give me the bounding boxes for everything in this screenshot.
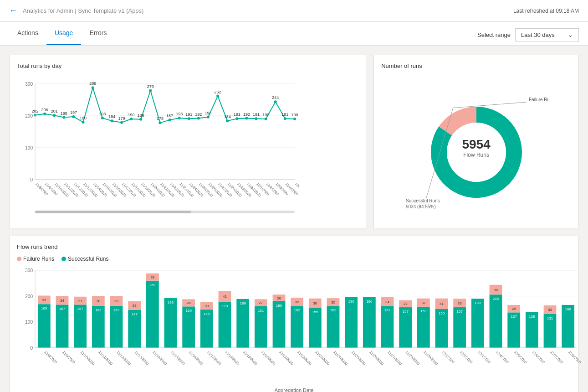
- svg-text:11/27/2020: 11/27/2020: [387, 350, 403, 366]
- svg-text:190: 190: [291, 113, 298, 117]
- svg-point-46: [216, 95, 219, 98]
- svg-text:11/21/2020: 11/21/2020: [278, 350, 294, 366]
- svg-point-32: [149, 89, 152, 92]
- svg-rect-145: [164, 298, 177, 348]
- svg-text:11/26/2020: 11/26/2020: [368, 350, 384, 366]
- svg-point-30: [139, 118, 142, 121]
- svg-text:34: 34: [60, 299, 64, 303]
- svg-text:30: 30: [331, 300, 335, 304]
- top-bar: ← Analytics for Admin | Sync Template v1…: [0, 0, 588, 22]
- svg-rect-222: [471, 299, 484, 348]
- svg-text:193: 193: [99, 112, 106, 116]
- svg-text:38: 38: [96, 299, 100, 303]
- tab-actions[interactable]: Actions: [9, 22, 46, 45]
- donut-chart-title: Number of runs: [381, 62, 571, 69]
- svg-text:12/4/2020: 12/4/2020: [495, 350, 510, 365]
- svg-point-12: [53, 114, 56, 117]
- svg-point-58: [274, 100, 277, 103]
- range-dropdown[interactable]: Last 30 days ⌄: [515, 28, 579, 41]
- svg-text:11/13/2020: 11/13/2020: [134, 350, 150, 366]
- bar-legend: Failure Runs Successful Runs: [17, 256, 571, 262]
- back-button[interactable]: ←: [9, 6, 17, 15]
- svg-text:11/18/2020: 11/18/2020: [224, 350, 240, 366]
- svg-text:206: 206: [493, 297, 499, 301]
- svg-text:11/8/2020: 11/8/2020: [43, 350, 58, 365]
- svg-text:11/25/2020: 11/25/2020: [351, 350, 367, 366]
- tab-errors[interactable]: Errors: [81, 22, 115, 45]
- svg-text:160: 160: [185, 309, 192, 313]
- svg-text:28: 28: [150, 275, 154, 279]
- svg-text:196: 196: [366, 299, 373, 304]
- svg-text:138: 138: [529, 315, 535, 319]
- svg-text:163: 163: [95, 308, 102, 312]
- svg-point-14: [62, 116, 65, 119]
- donut-chart-card: Number of runs Failure Runs 920 (15.45%)…: [373, 55, 579, 228]
- tab-usage[interactable]: Usage: [46, 22, 81, 45]
- svg-text:11/9/2020: 11/9/2020: [61, 350, 76, 365]
- charts-row: Total runs by day 0100200300202206201195…: [9, 55, 579, 228]
- success-dot: [61, 257, 66, 261]
- svg-point-38: [178, 117, 181, 119]
- svg-rect-140: [146, 281, 159, 348]
- svg-text:0: 0: [30, 177, 33, 182]
- svg-text:11/29/2020: 11/29/2020: [423, 350, 439, 366]
- svg-point-56: [265, 118, 267, 120]
- svg-point-24: [111, 119, 113, 122]
- svg-point-60: [284, 117, 286, 120]
- svg-rect-163: [236, 299, 249, 348]
- svg-text:300: 300: [25, 82, 33, 87]
- svg-line-97: [453, 102, 526, 108]
- svg-rect-194: [363, 297, 376, 348]
- range-selector: Select range Last 30 days ⌄: [477, 28, 579, 45]
- svg-text:33: 33: [458, 301, 462, 305]
- svg-text:187: 187: [166, 113, 173, 118]
- svg-text:36: 36: [313, 301, 317, 305]
- svg-text:38: 38: [494, 288, 498, 292]
- svg-text:27: 27: [259, 301, 263, 305]
- svg-text:191: 191: [253, 112, 260, 117]
- svg-text:29: 29: [512, 307, 516, 311]
- svg-text:157: 157: [402, 309, 409, 314]
- svg-text:197: 197: [70, 110, 77, 115]
- svg-text:162: 162: [384, 308, 391, 312]
- svg-point-96: [447, 123, 506, 182]
- svg-text:12/3/2020: 12/3/2020: [477, 350, 491, 365]
- svg-text:195: 195: [61, 111, 67, 116]
- svg-text:31: 31: [78, 299, 82, 303]
- svg-text:279: 279: [147, 84, 154, 89]
- svg-rect-191: [345, 297, 358, 348]
- svg-text:200: 200: [25, 294, 33, 299]
- x-axis-label: Aggregation Date: [17, 387, 571, 392]
- svg-rect-158: [219, 302, 231, 348]
- svg-point-10: [43, 113, 46, 115]
- svg-point-54: [255, 117, 258, 120]
- legend-success-label: Successful Runs: [68, 256, 108, 262]
- svg-point-18: [82, 121, 85, 124]
- svg-text:100: 100: [25, 320, 33, 325]
- svg-text:155: 155: [312, 310, 318, 314]
- svg-text:11/28/2020: 11/28/2020: [405, 350, 421, 366]
- svg-text:148: 148: [204, 312, 210, 316]
- svg-text:193: 193: [176, 112, 183, 116]
- svg-text:5034 (84.55%): 5034 (84.55%): [406, 204, 436, 209]
- svg-text:11/24/2020: 11/24/2020: [332, 350, 348, 366]
- svg-point-44: [207, 116, 210, 119]
- svg-text:12/5/2020: 12/5/2020: [513, 350, 528, 365]
- svg-point-22: [101, 117, 104, 119]
- last-refreshed: Last refreshed at 09:18 AM: [513, 8, 579, 14]
- svg-point-26: [120, 121, 123, 124]
- svg-text:192: 192: [195, 112, 202, 117]
- svg-text:11/16/2020: 11/16/2020: [188, 350, 204, 366]
- svg-text:11/15/2020: 11/15/2020: [170, 350, 186, 366]
- svg-text:190: 190: [262, 113, 269, 117]
- svg-text:184: 184: [224, 114, 231, 119]
- svg-text:34: 34: [385, 300, 389, 304]
- legend-failure-label: Failure Runs: [23, 256, 54, 262]
- legend-failure: Failure Runs: [17, 256, 54, 262]
- svg-text:100: 100: [25, 145, 33, 150]
- svg-point-28: [130, 118, 133, 120]
- svg-text:262: 262: [215, 90, 221, 94]
- svg-rect-243: [562, 305, 574, 348]
- tab-bar: Actions Usage Errors Select range Last 3…: [0, 22, 588, 46]
- svg-text:166: 166: [565, 307, 571, 311]
